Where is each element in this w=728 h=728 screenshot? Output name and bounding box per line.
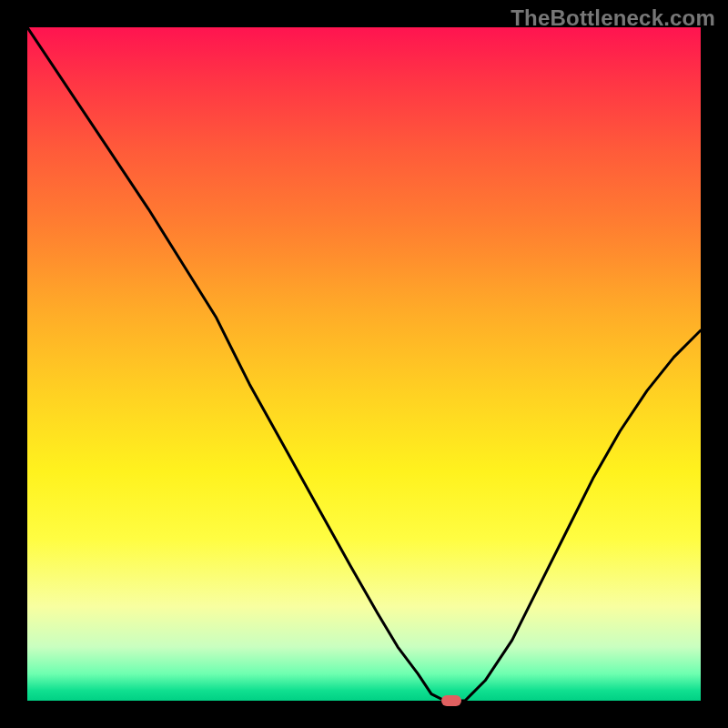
chart-frame: TheBottleneck.com (0, 0, 728, 728)
optimum-marker (441, 695, 461, 706)
curve-svg (27, 27, 701, 701)
plot-area (27, 27, 701, 701)
bottleneck-curve (27, 27, 701, 701)
watermark-text: TheBottleneck.com (511, 5, 715, 31)
